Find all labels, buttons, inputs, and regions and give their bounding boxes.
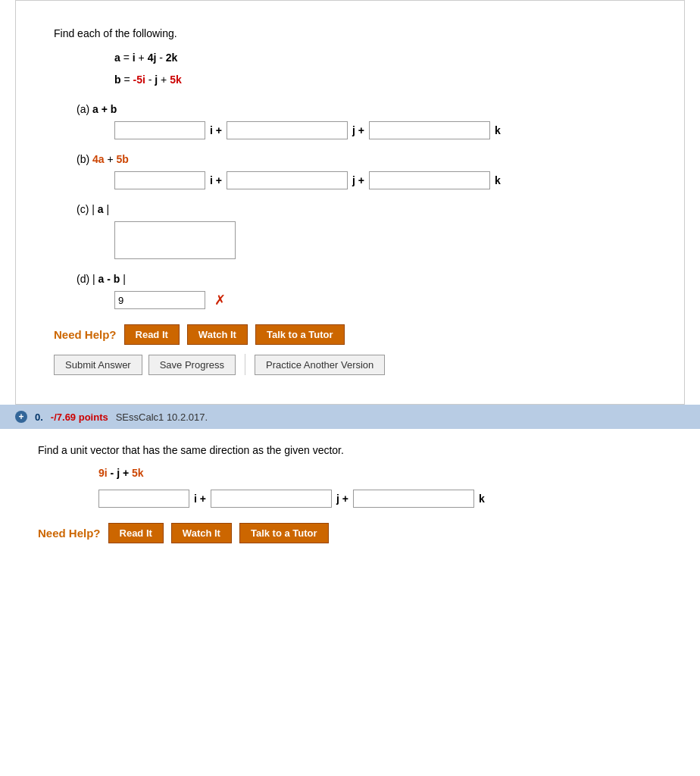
section2-header: + 0. -/7.69 points SEssCalc1 10.2.017. <box>0 405 700 429</box>
part-a-input-i[interactable] <box>114 121 205 139</box>
part-d-label: (d) | a - b | <box>77 273 661 285</box>
wrong-mark-icon: ✗ <box>214 292 226 308</box>
part-a-unit-j: j + <box>352 124 364 136</box>
part-b-unit-i: i + <box>210 174 222 186</box>
problem1-container: Find each of the following. a = i + 4j -… <box>15 0 685 405</box>
problem2-need-help-label: Need Help? <box>38 527 101 540</box>
part-a-inputs: i + j + k <box>114 121 661 139</box>
part-d-input[interactable] <box>114 291 205 309</box>
part-b-unit-k: k <box>495 174 501 186</box>
need-help-label: Need Help? <box>54 328 117 341</box>
part-c-label: (c) | a | <box>77 203 661 215</box>
part-b-label: (b) 4a + 5b <box>77 153 661 165</box>
part-a-unit-i: i + <box>210 124 222 136</box>
submit-answer-button[interactable]: Submit Answer <box>54 355 142 375</box>
points-display: -/7.69 points <box>51 411 108 423</box>
problem2-watch-it-button[interactable]: Watch It <box>171 523 232 543</box>
action-row: Submit Answer Save Progress Practice Ano… <box>54 354 661 375</box>
vector-a-eq: = i + 4j - 2k <box>123 52 178 64</box>
talk-to-tutor-button[interactable]: Talk to a Tutor <box>255 324 345 345</box>
problem2-talk-to-tutor-button[interactable]: Talk to a Tutor <box>239 523 329 543</box>
problem1-intro: Find each of the following. <box>54 27 661 39</box>
expand-icon[interactable]: + <box>15 411 27 423</box>
vector-b-label: b <box>114 74 121 86</box>
vector-a-label: a <box>114 52 120 64</box>
problem2-input-j[interactable] <box>211 490 332 508</box>
problem2-need-help-row: Need Help? Read It Watch It Talk to a Tu… <box>38 523 677 543</box>
part-a-unit-k: k <box>495 124 501 136</box>
save-progress-button[interactable]: Save Progress <box>148 355 236 375</box>
vector-b-def: b = -5i - j + 5k <box>114 70 661 89</box>
part-b-input-j[interactable] <box>227 171 348 189</box>
part-b-unit-j: j + <box>352 174 364 186</box>
problem2-input-k[interactable] <box>353 490 474 508</box>
watch-it-button[interactable]: Watch It <box>187 324 248 345</box>
problem1-section: Find each of the following. a = i + 4j -… <box>54 16 661 389</box>
vector-b-eq: = -5i - j + 5k <box>123 74 181 86</box>
problem2-unit-j: j + <box>336 493 348 505</box>
problem2-read-it-button[interactable]: Read It <box>108 523 164 543</box>
part-b-input-k[interactable] <box>369 171 490 189</box>
section-number: 0. <box>35 411 43 423</box>
problem2-expr: 9i - j + 5k <box>98 467 677 479</box>
part-a-label: (a) a + b <box>77 103 661 115</box>
vertical-divider <box>245 354 245 375</box>
problem2-unit-i: i + <box>194 493 206 505</box>
practice-another-button[interactable]: Practice Another Version <box>255 355 385 375</box>
need-help-row: Need Help? Read It Watch It Talk to a Tu… <box>54 324 661 345</box>
part-d-inputs: ✗ <box>114 291 661 309</box>
part-b-input-i[interactable] <box>114 171 205 189</box>
problem2-inputs: i + j + k <box>98 490 677 508</box>
part-a-input-k[interactable] <box>369 121 490 139</box>
course-code: SEssCalc1 10.2.017. <box>116 411 208 423</box>
vector-a-def: a = i + 4j - 2k <box>114 48 661 67</box>
problem2-intro: Find a unit vector that has the same dir… <box>38 444 677 456</box>
problem2-container: Find a unit vector that has the same dir… <box>0 429 700 565</box>
read-it-button[interactable]: Read It <box>124 324 180 345</box>
problem2-input-i[interactable] <box>98 490 189 508</box>
problem2-unit-k: k <box>479 493 485 505</box>
part-a-input-j[interactable] <box>227 121 348 139</box>
part-c-input[interactable] <box>114 221 236 259</box>
part-b-inputs: i + j + k <box>114 171 661 189</box>
